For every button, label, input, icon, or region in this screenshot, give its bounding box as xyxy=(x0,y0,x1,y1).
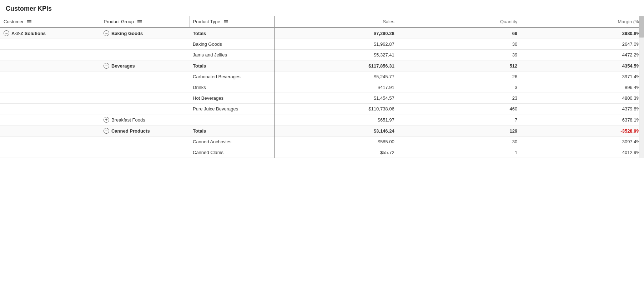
td-product-type: Carbonated Beverages xyxy=(189,71,275,82)
td-product-type: Totals xyxy=(189,60,275,71)
td-quantity: 30 xyxy=(398,137,521,147)
td-quantity: 39 xyxy=(398,50,521,60)
td-quantity: 129 xyxy=(398,125,521,137)
kpi-table: Customer Product Group xyxy=(0,16,644,158)
td-product-group xyxy=(100,39,189,50)
header-customer: Customer xyxy=(0,16,100,28)
group-expand-icon[interactable]: − xyxy=(104,63,109,69)
customer-expand-icon[interactable]: − xyxy=(4,30,9,36)
td-margin: 4800.3% xyxy=(521,93,644,104)
td-margin: 4379.8% xyxy=(521,104,644,114)
group-expand-icon[interactable]: − xyxy=(104,128,109,134)
page-title: Customer KPIs xyxy=(0,0,644,16)
td-sales: $1,454.57 xyxy=(275,93,398,104)
td-sales: $651.97 xyxy=(275,114,398,125)
td-margin: -3528.9% xyxy=(521,125,644,137)
td-sales: $585.00 xyxy=(275,137,398,147)
td-sales: $55.72 xyxy=(275,147,398,158)
td-product-group xyxy=(100,50,189,60)
td-margin: 6378.1% xyxy=(521,114,644,125)
td-quantity: 23 xyxy=(398,93,521,104)
td-sales: $7,290.28 xyxy=(275,28,398,39)
td-customer xyxy=(0,137,100,147)
table-row: −Canned ProductsTotals$3,146.24129-3528.… xyxy=(0,125,644,137)
td-product-type: Totals xyxy=(189,28,275,39)
td-margin: 3971.4% xyxy=(521,71,644,82)
td-margin: 896.4% xyxy=(521,82,644,93)
product-group-menu-icon[interactable] xyxy=(137,20,142,23)
header-margin: Margin (%) xyxy=(521,16,644,28)
td-quantity: 69 xyxy=(398,28,521,39)
header-sales: Sales xyxy=(275,16,398,28)
td-product-group: −Baking Goods xyxy=(100,28,189,39)
product-group-name: Beverages xyxy=(111,63,135,69)
td-customer xyxy=(0,104,100,114)
td-product-type: Canned Anchovies xyxy=(189,137,275,147)
table-row: Hot Beverages$1,454.57234800.3% xyxy=(0,93,644,104)
table-row: Drinks$417.913896.4% xyxy=(0,82,644,93)
customer-menu-icon[interactable] xyxy=(27,20,31,23)
td-product-group: +Breakfast Foods xyxy=(100,114,189,125)
customer-name: A-2-Z Solutions xyxy=(11,31,46,36)
td-sales: $417.91 xyxy=(275,82,398,93)
td-customer xyxy=(0,50,100,60)
td-margin: 3980.8% xyxy=(521,28,644,39)
td-product-group xyxy=(100,104,189,114)
td-product-group: −Beverages xyxy=(100,60,189,71)
table-row: Canned Anchovies$585.00303097.4% xyxy=(0,137,644,147)
td-sales: $5,327.41 xyxy=(275,50,398,60)
td-customer: −A-2-Z Solutions xyxy=(0,28,100,39)
td-customer xyxy=(0,71,100,82)
td-margin: 3097.4% xyxy=(521,137,644,147)
group-expand-icon[interactable]: − xyxy=(104,30,109,36)
scrollbar-thumb[interactable] xyxy=(639,16,644,38)
td-product-type: Jams and Jellies xyxy=(189,50,275,60)
td-product-type: Baking Goods xyxy=(189,39,275,50)
td-customer xyxy=(0,82,100,93)
td-customer xyxy=(0,114,100,125)
td-customer xyxy=(0,125,100,137)
td-quantity: 1 xyxy=(398,147,521,158)
table-row: Canned Clams$55.7214012.9% xyxy=(0,147,644,158)
table-container: Customer Product Group xyxy=(0,16,644,158)
td-sales: $117,856.31 xyxy=(275,60,398,71)
td-product-group: −Canned Products xyxy=(100,125,189,137)
td-sales: $1,962.87 xyxy=(275,39,398,50)
td-customer xyxy=(0,39,100,50)
group-expand-icon[interactable]: + xyxy=(104,117,109,123)
td-product-type: Canned Clams xyxy=(189,147,275,158)
table-row: Pure Juice Beverages$110,738.064604379.8… xyxy=(0,104,644,114)
td-sales: $110,738.06 xyxy=(275,104,398,114)
td-margin: 4472.2% xyxy=(521,50,644,60)
td-customer xyxy=(0,60,100,71)
td-product-group xyxy=(100,82,189,93)
header-quantity: Quantity xyxy=(398,16,521,28)
td-product-group xyxy=(100,147,189,158)
table-row: −A-2-Z Solutions−Baking GoodsTotals$7,29… xyxy=(0,28,644,39)
scrollbar-track[interactable] xyxy=(639,16,644,158)
td-product-type: Hot Beverages xyxy=(189,93,275,104)
td-margin: 4354.5% xyxy=(521,60,644,71)
td-customer xyxy=(0,93,100,104)
table-row: Carbonated Beverages$5,245.77263971.4% xyxy=(0,71,644,82)
table-row: Jams and Jellies$5,327.41394472.2% xyxy=(0,50,644,60)
table-row: −BeveragesTotals$117,856.315124354.5% xyxy=(0,60,644,71)
td-product-type: Drinks xyxy=(189,82,275,93)
td-product-group xyxy=(100,71,189,82)
td-product-group xyxy=(100,137,189,147)
td-product-group xyxy=(100,93,189,104)
td-customer xyxy=(0,147,100,158)
product-type-menu-icon[interactable] xyxy=(224,20,228,23)
header-product-type: Product Type xyxy=(189,16,275,28)
td-product-type: Pure Juice Beverages xyxy=(189,104,275,114)
td-quantity: 7 xyxy=(398,114,521,125)
td-sales: $5,245.77 xyxy=(275,71,398,82)
td-margin: 4012.9% xyxy=(521,147,644,158)
td-quantity: 26 xyxy=(398,71,521,82)
td-quantity: 512 xyxy=(398,60,521,71)
td-product-type: Totals xyxy=(189,125,275,137)
product-group-name: Baking Goods xyxy=(111,31,143,36)
header-product-group: Product Group xyxy=(100,16,189,28)
table-row: Baking Goods$1,962.87302647.0% xyxy=(0,39,644,50)
td-product-type xyxy=(189,114,275,125)
